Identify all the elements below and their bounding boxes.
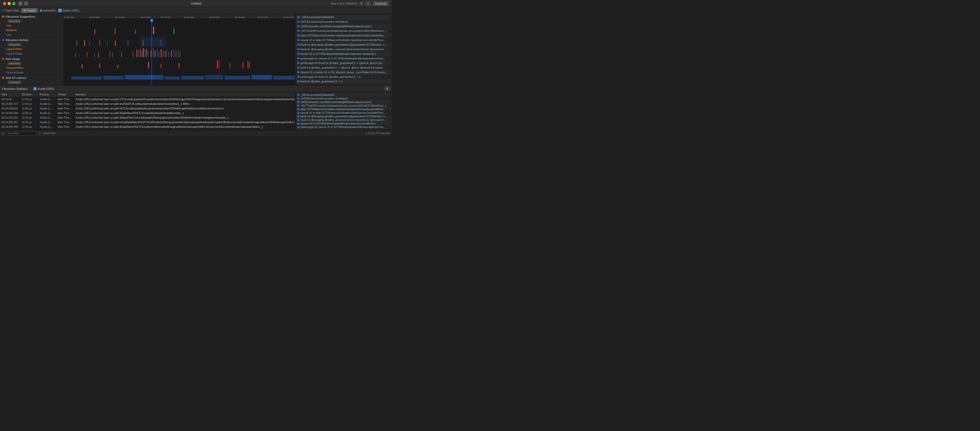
svg-rect-29 [143, 48, 144, 57]
detail-filter-icon: ⊙ [39, 132, 41, 135]
xcode-small-icon: X [33, 87, 37, 90]
svg-rect-35 [155, 51, 156, 57]
stack-item: +[XCTOutOfProcessSymbolizationService re… [296, 29, 391, 33]
svg-rect-27 [140, 49, 141, 57]
cell-narrative: Xcode (1051) performed open on path a/Na… [74, 116, 295, 120]
svg-rect-32 [148, 51, 148, 57]
cell-thread: Main Thre... [56, 97, 74, 101]
minimize-button[interactable] [8, 2, 11, 5]
table-row[interactable]: 00:14.829.635 12.92 µs Xcode (1... Main … [0, 106, 295, 111]
cell-start: 00:14.82... [0, 97, 21, 101]
table-row[interactable]: 00:14.828.727 12.92 µs Xcode (1... Main … [0, 102, 295, 106]
xcode-icon: X [58, 9, 62, 12]
main-content-area: Filesystem Suggestions Instrument High M… [0, 14, 392, 85]
resize-controls: + [366, 1, 371, 6]
svg-rect-61 [103, 76, 124, 79]
track-filter-label: Track Filter [5, 9, 19, 12]
stack-dot [298, 62, 299, 64]
svg-rect-67 [251, 75, 272, 79]
duplicate-button[interactable]: Duplicate [372, 1, 389, 6]
cell-start: 00:14.830.200 [0, 111, 21, 115]
close-button[interactable] [3, 2, 6, 5]
stack-item-b: closure #1 in XCTHRunDestinationAllocato… [296, 122, 391, 125]
svg-rect-55 [219, 60, 219, 68]
stack-dot [298, 116, 299, 117]
table-row[interactable]: 00:14.839.499 12.92 µs Xcode (1... Main … [0, 125, 295, 129]
svg-rect-51 [148, 62, 149, 68]
stack-item: thunk for @escaping @callee_unowned @con… [296, 47, 391, 52]
stack-dot [298, 16, 299, 18]
svg-rect-18 [110, 51, 110, 57]
stack-item: _URLEnumeratorGetNextURL [296, 15, 391, 19]
ruler-tick: 00:10.000 [115, 16, 125, 19]
cell-process: Xcode (1... [38, 120, 56, 124]
svg-rect-49 [100, 63, 100, 68]
svg-rect-39 [163, 50, 163, 57]
timeline-row-xcode [64, 70, 295, 81]
col-header-narrative: Narrative [74, 92, 295, 97]
stack-item-b: -[NSEnumerator countByEnumeratingWithSta… [296, 100, 391, 104]
instrument-badge: Instrument [8, 81, 21, 84]
cell-duration: 12.92 µs [21, 102, 38, 106]
track-name: Filesystem Suggestions [6, 15, 62, 18]
track-dot [2, 16, 4, 17]
export-button[interactable]: ⬆ [384, 87, 390, 90]
level-high: High [0, 23, 64, 28]
svg-rect-34 [153, 48, 154, 57]
data-table[interactable]: Start Duration ↕ Process Thread Narrativ… [0, 92, 295, 130]
add-button[interactable]: + [366, 1, 371, 6]
playhead [151, 19, 152, 85]
svg-rect-2 [153, 27, 154, 34]
stack-dot [298, 44, 299, 46]
table-row[interactable]: 00:14.830.200 12.92 µs Xcode (1... Main … [0, 111, 295, 116]
playhead-handle [151, 19, 153, 22]
svg-rect-31 [146, 49, 147, 57]
svg-rect-26 [138, 51, 139, 57]
cell-narrative: Xcode (1051) performed open on path dDat… [74, 111, 295, 115]
stack-dot [298, 71, 299, 73]
filter-bar: ⊙ ⊙ Detail Filter 1 of 241,757 selected [0, 130, 392, 136]
stack-item-b: -[NSURLDirectoryEnumerator nextObject] [296, 97, 391, 100]
stack-item: partial apply for closure #1 in XCTHRunD… [296, 56, 391, 61]
svg-rect-11 [107, 41, 108, 46]
ruler-tick: 00:35.000 [235, 16, 245, 19]
cell-thread: Main Thre... [56, 125, 74, 129]
stack-item-b: closure #1 in static XCTHDaemonControlle… [296, 111, 391, 114]
svg-rect-28 [142, 50, 142, 57]
cell-start: 00:14.832.591 [0, 116, 21, 120]
bottom-section: Filesystem Statistics : X Xcode (1051) ⬆… [0, 85, 392, 136]
cell-start: 00:14.839.499 [0, 125, 21, 129]
svg-rect-41 [166, 49, 167, 57]
stack-item: thunk for @callee_guaranteed () -> (@out… [296, 65, 391, 70]
svg-rect-20 [133, 52, 133, 57]
svg-rect-25 [137, 49, 137, 57]
track-name: Filesystem Activity [6, 38, 62, 41]
stack-dot [298, 97, 299, 100]
svg-rect-66 [224, 76, 250, 79]
profile-badge: admonitor › X Xcode (1051) [40, 9, 80, 12]
cell-duration: 12.92 µs [21, 120, 38, 124]
svg-rect-53 [179, 63, 180, 68]
track-disk-io-latency: Disk I/O Latency Instrument Max Latency … [0, 75, 64, 85]
cell-narrative: Xcode (1051) performed open on path KTCA… [74, 97, 295, 101]
logical-writes: Logical Writes [0, 47, 64, 51]
info-button[interactable]: i [360, 2, 363, 6]
col-header-process: Process [38, 92, 56, 97]
all-tracks-button[interactable]: All Tracks [21, 8, 38, 13]
level-moderate: Moderate [0, 28, 64, 32]
table-row[interactable]: 00:14.82... 12.92 µs Xcode (1... Main Th… [0, 97, 295, 102]
stack-item: closure #1 in closure #1 in OS_dispatch_… [296, 70, 391, 74]
timeline-tracks[interactable] [64, 19, 295, 85]
xcode-process-label: Xcode (1051) [38, 87, 54, 90]
svg-rect-68 [273, 76, 295, 79]
col-header-duration[interactable]: Duration ↕ [21, 92, 38, 97]
stack-dot [298, 48, 299, 50]
table-row[interactable]: 00:14.832.591 12.92 µs Xcode (1... Main … [0, 116, 295, 120]
maximize-button[interactable] [12, 2, 15, 5]
stack-dot [298, 123, 299, 125]
table-row[interactable]: 00:14.836.381 12.92 µs Xcode (1... Main … [0, 120, 295, 125]
track-filesystem-suggestions: Filesystem Suggestions Instrument High M… [0, 14, 64, 37]
input-filter[interactable] [6, 132, 37, 135]
cell-duration: 12.92 µs [21, 106, 38, 111]
track-name: Disk I/O Latency [6, 76, 62, 79]
